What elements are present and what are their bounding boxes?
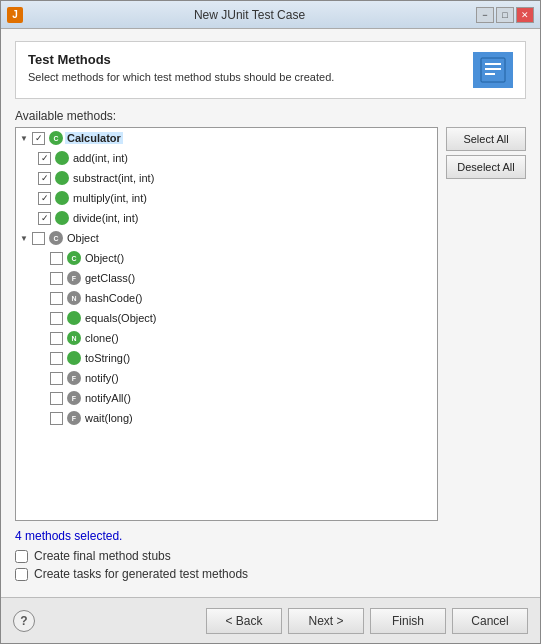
create-final-label: Create final method stubs xyxy=(34,549,171,563)
deselect-all-button[interactable]: Deselect All xyxy=(446,155,526,179)
cancel-button[interactable]: Cancel xyxy=(452,608,528,634)
tree-item-add[interactable]: add(int, int) xyxy=(16,148,437,168)
tree-item-tostring[interactable]: toString() xyxy=(16,348,437,368)
tree-item-getclass[interactable]: F getClass() xyxy=(16,268,437,288)
close-button[interactable]: ✕ xyxy=(516,7,534,23)
object-label: Object xyxy=(65,232,99,244)
method-icon-divide xyxy=(55,211,69,225)
checkbox-notifyall[interactable] xyxy=(50,392,63,405)
minimize-button[interactable]: − xyxy=(476,7,494,23)
class-icon-calculator: C xyxy=(49,131,63,145)
help-button[interactable]: ? xyxy=(13,610,35,632)
method-label-notify: notify() xyxy=(83,372,119,384)
method-label-tostring: toString() xyxy=(83,352,130,364)
method-icon-clone: N xyxy=(67,331,81,345)
create-final-row: Create final method stubs xyxy=(15,549,526,563)
checkbox-divide[interactable] xyxy=(38,212,51,225)
checkbox-waitlong[interactable] xyxy=(50,412,63,425)
method-label-add: add(int, int) xyxy=(71,152,128,164)
footer-buttons: < Back Next > Finish Cancel xyxy=(206,608,528,634)
checkbox-hashcode[interactable] xyxy=(50,292,63,305)
checkbox-notify[interactable] xyxy=(50,372,63,385)
window-title: New JUnit Test Case xyxy=(23,8,476,22)
create-final-checkbox[interactable] xyxy=(15,550,28,563)
method-label-getclass: getClass() xyxy=(83,272,135,284)
bottom-info: 4 methods selected. Create final method … xyxy=(15,529,526,585)
tree-item-equals[interactable]: equals(Object) xyxy=(16,308,437,328)
next-button[interactable]: Next > xyxy=(288,608,364,634)
available-methods-label: Available methods: xyxy=(15,109,526,123)
method-icon-getclass: F xyxy=(67,271,81,285)
methods-selected-status: 4 methods selected. xyxy=(15,529,526,543)
window-controls: − □ ✕ xyxy=(476,7,534,23)
method-icon-add xyxy=(55,151,69,165)
tree-container[interactable]: ▼ C Calculator add(int, int) substract(i… xyxy=(15,127,438,521)
tree-item-substract[interactable]: substract(int, int) xyxy=(16,168,437,188)
page-title: Test Methods xyxy=(28,52,334,67)
create-tasks-checkbox[interactable] xyxy=(15,568,28,581)
method-label-multiply: multiply(int, int) xyxy=(71,192,147,204)
checkbox-calculator[interactable] xyxy=(32,132,45,145)
checkbox-getclass[interactable] xyxy=(50,272,63,285)
checkbox-multiply[interactable] xyxy=(38,192,51,205)
footer-left: ? xyxy=(13,610,35,632)
header-text: Test Methods Select methods for which te… xyxy=(28,52,334,83)
method-label-equals: equals(Object) xyxy=(83,312,157,324)
test-methods-svg xyxy=(479,56,507,84)
checkbox-object[interactable] xyxy=(32,232,45,245)
tree-item-divide[interactable]: divide(int, int) xyxy=(16,208,437,228)
expand-calculator-icon[interactable]: ▼ xyxy=(18,132,30,144)
method-label-divide: divide(int, int) xyxy=(71,212,138,224)
expand-object-icon[interactable]: ▼ xyxy=(18,232,30,244)
header-icon xyxy=(473,52,513,88)
method-icon-notifyall: F xyxy=(67,391,81,405)
side-buttons: Select All Deselect All xyxy=(446,127,526,521)
tree-item-notifyall[interactable]: F notifyAll() xyxy=(16,388,437,408)
method-icon-tostring xyxy=(67,351,81,365)
create-tasks-label: Create tasks for generated test methods xyxy=(34,567,248,581)
method-label-clone: clone() xyxy=(83,332,119,344)
content-area: Test Methods Select methods for which te… xyxy=(1,29,540,597)
tree-item-hashcode[interactable]: N hashCode() xyxy=(16,288,437,308)
checkbox-clone[interactable] xyxy=(50,332,63,345)
class-icon-object: C xyxy=(49,231,63,245)
method-icon-multiply xyxy=(55,191,69,205)
method-icon-hashcode: N xyxy=(67,291,81,305)
footer: ? < Back Next > Finish Cancel xyxy=(1,597,540,643)
method-icon-equals xyxy=(67,311,81,325)
create-tasks-row: Create tasks for generated test methods xyxy=(15,567,526,581)
main-window: J New JUnit Test Case − □ ✕ Test Methods… xyxy=(0,0,541,644)
calculator-label: Calculator xyxy=(65,132,123,144)
method-icon-substract xyxy=(55,171,69,185)
checkbox-objectconstructor[interactable] xyxy=(50,252,63,265)
method-icon-notify: F xyxy=(67,371,81,385)
page-description: Select methods for which test method stu… xyxy=(28,71,334,83)
tree-item-objectconstructor[interactable]: C Object() xyxy=(16,248,437,268)
method-icon-objectconstructor: C xyxy=(67,251,81,265)
select-all-button[interactable]: Select All xyxy=(446,127,526,151)
maximize-button[interactable]: □ xyxy=(496,7,514,23)
checkbox-add[interactable] xyxy=(38,152,51,165)
app-icon: J xyxy=(7,7,23,23)
checkbox-tostring[interactable] xyxy=(50,352,63,365)
method-label-hashcode: hashCode() xyxy=(83,292,142,304)
tree-item-multiply[interactable]: multiply(int, int) xyxy=(16,188,437,208)
method-label-substract: substract(int, int) xyxy=(71,172,154,184)
title-bar: J New JUnit Test Case − □ ✕ xyxy=(1,1,540,29)
finish-button[interactable]: Finish xyxy=(370,608,446,634)
tree-item-waitlong[interactable]: F wait(long) xyxy=(16,408,437,428)
checkbox-equals[interactable] xyxy=(50,312,63,325)
header-section: Test Methods Select methods for which te… xyxy=(15,41,526,99)
method-label-waitlong: wait(long) xyxy=(83,412,133,424)
method-label-notifyall: notifyAll() xyxy=(83,392,131,404)
tree-group-object[interactable]: ▼ C Object xyxy=(16,228,437,248)
tree-group-calculator[interactable]: ▼ C Calculator xyxy=(16,128,437,148)
methods-area: ▼ C Calculator add(int, int) substract(i… xyxy=(15,127,526,521)
method-icon-waitlong: F xyxy=(67,411,81,425)
tree-item-notify[interactable]: F notify() xyxy=(16,368,437,388)
checkbox-substract[interactable] xyxy=(38,172,51,185)
method-label-objectconstructor: Object() xyxy=(83,252,124,264)
tree-item-clone[interactable]: N clone() xyxy=(16,328,437,348)
back-button[interactable]: < Back xyxy=(206,608,282,634)
